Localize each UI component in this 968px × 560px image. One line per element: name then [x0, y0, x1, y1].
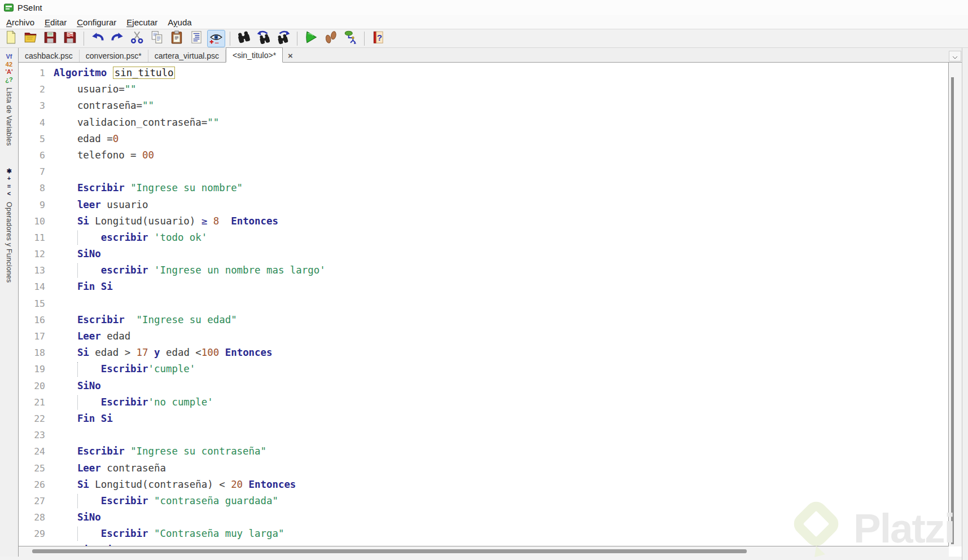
sidebar-panel-label: Lista de Variables [5, 87, 13, 146]
menu-ejecutar[interactable]: Ejecutar [121, 16, 163, 28]
variables-panel-icon: Vf42'A'¿? [5, 53, 12, 83]
sidebar-panel-label: Operadores y Funciones [5, 202, 13, 283]
redo-icon [110, 30, 125, 47]
code-line-7: 7 [19, 164, 948, 180]
tab-sin_titulo[interactable]: <sin_titulo>* [226, 47, 283, 63]
run-icon [304, 30, 318, 47]
copy-icon [150, 30, 164, 47]
indent-guide [77, 527, 78, 541]
line-number: 12 [19, 246, 54, 262]
line-number: 21 [19, 394, 54, 411]
line-number: 30 [19, 542, 54, 546]
menu-archivo[interactable]: Archivo [1, 16, 40, 28]
fix-indent-icon [189, 30, 204, 47]
undo-button[interactable] [89, 30, 107, 47]
redo-button[interactable] [108, 30, 126, 47]
line-number: 5 [19, 131, 54, 147]
svg-text:?: ? [377, 33, 382, 42]
toolbar-separator [230, 32, 230, 46]
sidebar-panel-operators[interactable]: ✱+=<Operadores y Funciones [5, 167, 13, 283]
indent-guide [77, 362, 78, 376]
code-line-25: 25 Leer contraseña [19, 460, 948, 477]
code-line-8: 8 Escribir "Ingrese su nombre" [19, 180, 948, 196]
menu-bar: ArchivoEditarConfigurarEjecutarAyuda [0, 15, 968, 29]
copy-button[interactable] [148, 30, 166, 47]
vertical-scrollbar-thumb[interactable] [951, 77, 954, 544]
vertical-scrollbar[interactable] [949, 63, 962, 546]
code-line-28: 28 SiNo [19, 509, 948, 526]
line-number: 7 [19, 164, 54, 180]
syntax-view-button[interactable] [207, 30, 225, 47]
menu-ayuda[interactable]: Ayuda [163, 16, 196, 28]
code-line-14: 14 Fin Si [19, 279, 948, 295]
code-line-24: 24 Escribir "Ingrese su contraseña" [19, 443, 948, 460]
syntax-view-icon [209, 30, 224, 47]
paste-icon [169, 30, 184, 47]
code-line-11: 11 escribir 'todo ok' [19, 230, 948, 246]
menu-editar[interactable]: Editar [40, 16, 72, 28]
save-file-icon [43, 30, 58, 47]
tab-bar: cashback.pscconversion.psc*cartera_virtu… [19, 48, 968, 63]
line-number: 11 [19, 230, 54, 246]
horizontal-scrollbar[interactable] [19, 546, 949, 557]
title-bar: PSeInt [0, 0, 968, 15]
code-line-22: 22 Fin Si [19, 411, 948, 427]
line-number: 18 [19, 345, 54, 361]
help-button[interactable]: ? [369, 30, 387, 47]
horizontal-scrollbar-thumb[interactable] [32, 549, 747, 553]
line-number: 3 [19, 98, 54, 114]
find-button[interactable] [235, 30, 253, 47]
indent-guide [77, 263, 78, 277]
tab-list-dropdown-button[interactable] [949, 51, 961, 61]
new-file-button[interactable] [2, 30, 20, 47]
window-title: PSeInt [17, 3, 42, 12]
window-bottom-strip [0, 557, 968, 560]
code-line-20: 20 SiNo [19, 378, 948, 394]
cut-icon [130, 30, 144, 47]
algorithm-title-box: sin_titulo [113, 67, 176, 79]
code-line-2: 2 usuario="" [19, 81, 948, 98]
run-button[interactable] [302, 30, 320, 47]
menu-configurar[interactable]: Configurar [72, 16, 121, 28]
line-number: 20 [19, 378, 54, 394]
find-icon [236, 30, 251, 47]
step-run-icon [323, 30, 338, 47]
code-editor[interactable]: 1Algoritmo sin_titulo2 usuario=""3 contr… [19, 63, 949, 546]
tab-cartera_virtual.psc[interactable]: cartera_virtual.psc [148, 50, 226, 62]
window-right-strip [962, 48, 968, 560]
save-file-button[interactable] [41, 30, 59, 47]
code-line-27: 27 Escribir "contraseña guardada" [19, 493, 948, 509]
find-next-button[interactable] [274, 30, 292, 47]
find-prev-button[interactable] [255, 30, 273, 47]
help-icon: ? [371, 30, 386, 47]
tab-cashback.psc[interactable]: cashback.psc [19, 50, 80, 62]
tab-close-button[interactable]: × [288, 51, 293, 60]
code-line-26: 26 Si Longitud(contraseña) < 20 Entonces [19, 477, 948, 493]
line-number: 8 [19, 180, 54, 196]
indent-guide [77, 395, 78, 409]
cut-button[interactable] [128, 30, 146, 47]
code-line-16: 16 Escribir "Ingrese su edad" [19, 312, 948, 328]
line-number: 13 [19, 262, 54, 279]
indent-guide [77, 494, 78, 508]
sidebar-panel-variables[interactable]: Vf42'A'¿?Lista de Variables [5, 53, 13, 146]
line-number: 24 [19, 443, 54, 460]
open-file-button[interactable] [21, 30, 40, 47]
draw-flowchart-button[interactable] [341, 30, 360, 47]
line-number: 4 [19, 114, 54, 131]
chevron-down-icon [952, 51, 958, 61]
line-number: 16 [19, 312, 54, 328]
line-number: 9 [19, 197, 54, 213]
code-line-3: 3 contraseña="" [19, 98, 948, 114]
find-prev-icon [256, 30, 271, 47]
code-line-9: 9 leer usuario [19, 197, 948, 213]
tab-conversion.psc[interactable]: conversion.psc* [80, 50, 148, 62]
line-number: 10 [19, 213, 54, 230]
save-all-button[interactable] [61, 30, 79, 47]
toolbar: ? [0, 29, 968, 48]
line-number: 2 [19, 81, 54, 98]
paste-button[interactable] [168, 30, 186, 47]
step-run-button[interactable] [322, 30, 340, 47]
fix-indent-button[interactable] [187, 30, 205, 47]
app-icon [4, 3, 14, 12]
